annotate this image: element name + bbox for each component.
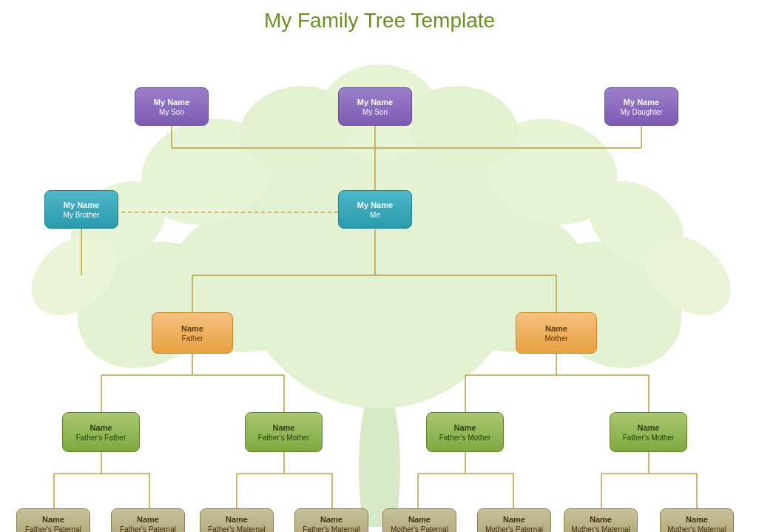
svg-point-11 bbox=[630, 219, 746, 332]
son2-role: My Son bbox=[362, 108, 388, 116]
fp-grandmother-box[interactable]: Name Father's Paternal Grandmother bbox=[111, 508, 185, 532]
svg-point-0 bbox=[359, 379, 400, 527]
son1-role: My Son bbox=[159, 108, 184, 116]
mm-grandfather-box[interactable]: Name Mother's Maternal Grandfather bbox=[564, 508, 638, 532]
fathers-mother1-role: Father's Mother bbox=[258, 434, 310, 442]
brother-role: My Brother bbox=[64, 211, 100, 219]
page-title: My Family Tree Template bbox=[0, 0, 759, 38]
svg-point-4 bbox=[54, 217, 241, 394]
mp-grandmother-role: Mother's Paternal Grandmother bbox=[482, 525, 546, 532]
fm-grandmother-role: Father's Maternal Grandmother bbox=[300, 525, 363, 532]
brother-box[interactable]: My Name My Brother bbox=[44, 190, 118, 229]
son1-name: My Name bbox=[154, 98, 189, 107]
svg-point-10 bbox=[573, 164, 700, 283]
mm-grandmother-name: Name bbox=[686, 515, 708, 524]
fathers-father-role: Father's Father bbox=[76, 434, 127, 442]
me-name: My Name bbox=[357, 201, 393, 209]
mp-grandmother-box[interactable]: Name Mother's Paternal Grandmother bbox=[477, 508, 551, 532]
mm-grandfather-name: Name bbox=[590, 515, 612, 524]
fp-grandfather-box[interactable]: Name Father's Paternal Grandfather bbox=[16, 508, 90, 532]
svg-point-14 bbox=[402, 78, 525, 177]
mothers-mother-role: Father's Mother bbox=[623, 434, 675, 442]
svg-point-5 bbox=[517, 217, 704, 394]
me-role: Me bbox=[370, 211, 380, 219]
fp-grandmother-role: Father's Paternal Grandmother bbox=[116, 525, 180, 532]
mm-grandfather-role: Mother's Maternal Grandfather bbox=[569, 525, 632, 532]
fp-grandfather-name: Name bbox=[42, 515, 64, 524]
mothers-mother-name: Name bbox=[638, 423, 660, 432]
fm-grandfather-box[interactable]: Name Father's Maternal Grandfather bbox=[200, 508, 274, 532]
family-tree: My Name My Son My Name My Son My Name My… bbox=[0, 38, 759, 527]
mothers-father-box[interactable]: Name Father's Mother bbox=[426, 412, 504, 452]
fathers-father-name: Name bbox=[90, 423, 112, 432]
mothers-father-name: Name bbox=[454, 423, 476, 432]
father-role: Father bbox=[182, 334, 203, 343]
father-box[interactable]: Name Father bbox=[152, 312, 233, 354]
daughter-box[interactable]: My Name My Daughter bbox=[604, 87, 678, 126]
son2-name: My Name bbox=[357, 98, 393, 107]
fathers-mother1-name: Name bbox=[273, 423, 295, 432]
mm-grandmother-role: Mother's Maternal Grandmother bbox=[665, 525, 729, 532]
fm-grandmother-box[interactable]: Name Father's Maternal Grandmother bbox=[294, 508, 368, 532]
svg-point-9 bbox=[16, 219, 132, 332]
son1-box[interactable]: My Name My Son bbox=[135, 87, 209, 126]
mothers-father-role: Father's Mother bbox=[439, 434, 491, 442]
fp-grandfather-role: Father's Paternal Grandfather bbox=[21, 525, 85, 532]
mother-role: Mother bbox=[544, 334, 567, 343]
mm-grandmother-box[interactable]: Name Mother's Maternal Grandmother bbox=[660, 508, 734, 532]
fm-grandmother-name: Name bbox=[320, 515, 343, 524]
mp-grandfather-box[interactable]: Name Mother's Paternal Grandfather bbox=[382, 508, 456, 532]
mother-box[interactable]: Name Mother bbox=[516, 312, 597, 354]
svg-point-1 bbox=[232, 83, 527, 408]
mp-grandfather-role: Mother's Paternal Grandfather bbox=[388, 525, 451, 532]
son2-box[interactable]: My Name My Son bbox=[338, 87, 412, 126]
mp-grandmother-name: Name bbox=[503, 515, 525, 524]
mp-grandfather-name: Name bbox=[408, 515, 431, 524]
father-name: Name bbox=[181, 324, 203, 333]
brother-name: My Name bbox=[64, 201, 99, 209]
fm-grandfather-name: Name bbox=[226, 515, 248, 524]
fm-grandfather-role: Father's Maternal Grandfather bbox=[205, 525, 269, 532]
daughter-role: My Daughter bbox=[620, 108, 662, 116]
fathers-mother1-box[interactable]: Name Father's Mother bbox=[245, 412, 323, 452]
me-box[interactable]: My Name Me bbox=[338, 190, 412, 229]
fp-grandmother-name: Name bbox=[137, 515, 159, 524]
mothers-mother-box[interactable]: Name Father's Mother bbox=[610, 412, 687, 452]
fathers-father-box[interactable]: Name Father's Father bbox=[62, 412, 140, 452]
mother-name: Name bbox=[545, 324, 567, 333]
daughter-name: My Name bbox=[624, 98, 659, 107]
